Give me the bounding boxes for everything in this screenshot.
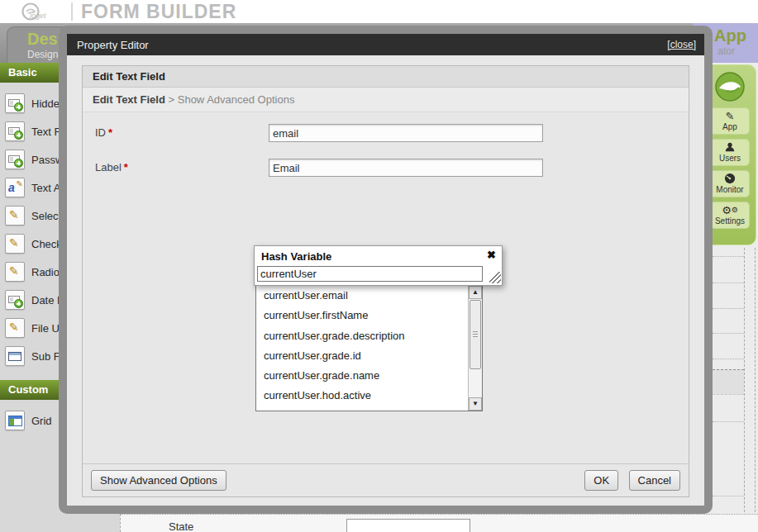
suggestion-item[interactable]: currentUser.grade.id [256,346,482,366]
dialog-titlebar[interactable]: Property Editor [close] [67,34,704,55]
suggestion-item[interactable]: currentUser.firstName [256,306,482,325]
text-area-icon: a✎ [5,178,25,197]
scroll-up-icon[interactable]: ▲ [469,286,482,299]
hash-variable-input[interactable] [257,266,483,282]
popup-title: Hash Variable [261,250,331,263]
joget-app-logo-icon [714,71,746,102]
label-field-row: Label* [95,159,689,177]
nav-users-button[interactable]: Users [710,139,750,166]
edit-icon: ✎ [711,110,749,122]
required-marker: * [108,126,112,139]
section-heading: Edit Text Field [83,66,689,88]
dialog-footer: Show Advanced Options OK Cancel [83,463,689,496]
required-marker: * [124,161,128,173]
popup-close-icon[interactable]: ✖ [487,249,496,261]
app-header: joget FORM BUILDER [0,0,758,23]
scroll-thumb[interactable] [470,300,481,369]
suggestion-item[interactable]: currentUser.hod.active [256,386,482,406]
scroll-down-icon[interactable]: ▼ [469,397,482,411]
check-box-icon: ✎ [5,234,25,254]
date-picker-icon [5,290,25,310]
user-icon [711,141,749,154]
nav-app-button[interactable]: ✎ App [710,107,750,135]
id-field-input[interactable] [269,124,543,142]
select-box-icon: ✎ [5,206,25,226]
suggestion-item[interactable]: currentUser.email [256,286,482,306]
suggestion-item[interactable]: currentUser.grade.name [256,366,482,386]
suggestion-item[interactable]: currentUser.grade.description [256,326,482,346]
suggestion-list: currentUser.email currentUser.firstName … [256,286,482,411]
resize-grip-icon[interactable] [489,272,501,283]
nav-settings-button[interactable]: ⚙⚙ Settings [710,202,750,229]
state-field-input[interactable] [346,519,470,532]
grid-icon [5,411,25,430]
suggestion-item[interactable]: currentUser.hod.email [256,406,482,411]
password-icon [5,150,25,169]
brand-label: joget [30,12,46,20]
canvas-state-row: State [120,514,758,532]
breadcrumb-current: Show Advanced Options [178,93,295,106]
dialog-close-link[interactable]: [close] [667,39,696,50]
label-field-label: Label* [95,159,269,173]
show-advanced-button[interactable]: Show Advanced Options [91,470,226,491]
gears-icon: ⚙⚙ [711,204,749,216]
hash-variable-popup: Hash Variable ✖ [254,245,503,286]
canvas-cell[interactable] [713,369,744,395]
gauge-icon [711,173,749,185]
ok-button[interactable]: OK [584,470,618,491]
sub-form-icon [5,346,25,366]
state-field-label: State [169,520,193,532]
id-field-row: ID* [95,124,689,142]
breadcrumb-base: Edit Text Field [93,93,165,106]
id-field-label: ID* [95,124,269,139]
radio-icon: ✎ [5,262,25,282]
hidden-field-icon [5,93,25,113]
breadcrumb: Edit Text Field > Show Advanced Options [83,88,689,112]
nav-monitor-button[interactable]: Monitor [710,170,750,197]
text-field-icon [5,121,25,141]
app-title: FORM BUILDER [81,1,236,23]
joget-logo: joget [21,1,60,22]
suggestion-scrollbar[interactable]: ▲ ▼ [468,286,482,411]
file-upload-icon: ✎ [5,318,25,338]
label-field-input[interactable] [269,159,543,177]
breadcrumb-separator: > [169,93,175,106]
cancel-button[interactable]: Cancel [629,470,680,491]
suggestion-dropdown: currentUser.email currentUser.firstName … [255,285,483,411]
header-divider [71,2,73,21]
dialog-title: Property Editor [77,39,149,51]
